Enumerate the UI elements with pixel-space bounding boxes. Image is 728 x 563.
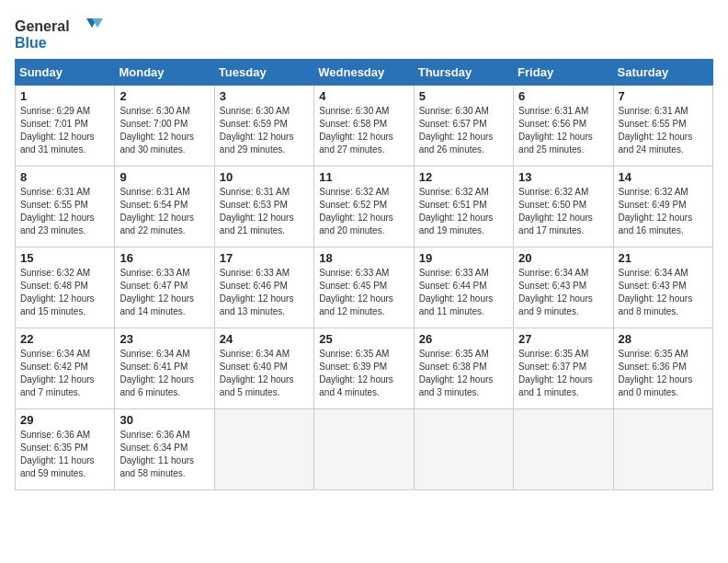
day-number: 28 — [619, 332, 708, 346]
day-info: Sunrise: 6:35 AMSunset: 6:36 PMDaylight:… — [619, 349, 693, 397]
day-number: 7 — [619, 89, 708, 103]
calendar-cell: 10Sunrise: 6:31 AMSunset: 6:53 PMDayligh… — [214, 167, 313, 247]
day-info: Sunrise: 6:30 AMSunset: 7:00 PMDaylight:… — [119, 106, 194, 155]
day-info: Sunrise: 6:31 AMSunset: 6:55 PMDaylight:… — [20, 187, 95, 236]
day-number: 27 — [518, 332, 608, 346]
calendar-cell: 26Sunrise: 6:35 AMSunset: 6:38 PMDayligh… — [414, 328, 513, 409]
day-info: Sunrise: 6:35 AMSunset: 6:39 PMDaylight:… — [319, 349, 393, 397]
calendar-cell: 28Sunrise: 6:35 AMSunset: 6:36 PMDayligh… — [613, 328, 712, 409]
calendar-cell: 29Sunrise: 6:36 AMSunset: 6:35 PMDayligh… — [16, 409, 115, 490]
day-info: Sunrise: 6:35 AMSunset: 6:37 PMDaylight:… — [518, 349, 593, 397]
calendar-cell: 11Sunrise: 6:32 AMSunset: 6:52 PMDayligh… — [314, 167, 414, 247]
day-number: 17 — [220, 251, 309, 265]
day-info: Sunrise: 6:36 AMSunset: 6:35 PMDaylight:… — [20, 430, 95, 478]
calendar-cell — [314, 409, 414, 490]
day-info: Sunrise: 6:32 AMSunset: 6:49 PMDaylight:… — [619, 187, 693, 236]
calendar-cell: 7Sunrise: 6:31 AMSunset: 6:55 PMDaylight… — [613, 86, 712, 167]
day-info: Sunrise: 6:33 AMSunset: 6:47 PMDaylight:… — [119, 268, 194, 316]
weekday-header-thursday: Thursday — [414, 60, 513, 86]
day-number: 4 — [319, 89, 408, 103]
calendar-cell: 6Sunrise: 6:31 AMSunset: 6:56 PMDaylight… — [514, 86, 613, 167]
day-info: Sunrise: 6:33 AMSunset: 6:46 PMDaylight:… — [220, 268, 294, 316]
calendar-cell: 14Sunrise: 6:32 AMSunset: 6:49 PMDayligh… — [613, 167, 712, 247]
calendar-cell — [414, 409, 513, 490]
day-info: Sunrise: 6:31 AMSunset: 6:55 PMDaylight:… — [619, 106, 693, 155]
calendar-cell: 25Sunrise: 6:35 AMSunset: 6:39 PMDayligh… — [314, 328, 414, 409]
calendar-cell: 20Sunrise: 6:34 AMSunset: 6:43 PMDayligh… — [514, 247, 613, 328]
day-info: Sunrise: 6:31 AMSunset: 6:56 PMDaylight:… — [518, 106, 593, 155]
day-number: 21 — [619, 251, 708, 265]
calendar-cell: 18Sunrise: 6:33 AMSunset: 6:45 PMDayligh… — [314, 247, 414, 328]
calendar-cell: 17Sunrise: 6:33 AMSunset: 6:46 PMDayligh… — [214, 247, 313, 328]
weekday-header-monday: Monday — [115, 60, 214, 86]
day-number: 18 — [319, 251, 408, 265]
day-number: 30 — [119, 413, 209, 427]
calendar-cell: 22Sunrise: 6:34 AMSunset: 6:42 PMDayligh… — [16, 328, 115, 409]
day-info: Sunrise: 6:31 AMSunset: 6:54 PMDaylight:… — [119, 187, 194, 236]
calendar-table: SundayMondayTuesdayWednesdayThursdayFrid… — [15, 59, 713, 490]
weekday-header-row: SundayMondayTuesdayWednesdayThursdayFrid… — [16, 60, 713, 86]
day-number: 12 — [419, 170, 508, 184]
day-number: 13 — [518, 170, 608, 184]
day-info: Sunrise: 6:31 AMSunset: 6:53 PMDaylight:… — [220, 187, 294, 236]
svg-text:Blue: Blue — [15, 35, 47, 51]
day-number: 16 — [119, 251, 209, 265]
day-number: 23 — [119, 332, 209, 346]
day-info: Sunrise: 6:30 AMSunset: 6:58 PMDaylight:… — [319, 106, 393, 155]
logo: GeneralBlue — [15, 15, 107, 52]
calendar-week-row: 8Sunrise: 6:31 AMSunset: 6:55 PMDaylight… — [16, 167, 713, 247]
calendar-cell: 12Sunrise: 6:32 AMSunset: 6:51 PMDayligh… — [414, 167, 513, 247]
day-number: 20 — [518, 251, 608, 265]
calendar-cell: 16Sunrise: 6:33 AMSunset: 6:47 PMDayligh… — [115, 247, 214, 328]
day-info: Sunrise: 6:33 AMSunset: 6:44 PMDaylight:… — [419, 268, 494, 316]
day-number: 26 — [419, 332, 508, 346]
calendar-week-row: 22Sunrise: 6:34 AMSunset: 6:42 PMDayligh… — [16, 328, 713, 409]
calendar-cell: 3Sunrise: 6:30 AMSunset: 6:59 PMDaylight… — [214, 86, 313, 167]
weekday-header-wednesday: Wednesday — [314, 60, 414, 86]
weekday-header-friday: Friday — [514, 60, 613, 86]
calendar-cell: 2Sunrise: 6:30 AMSunset: 7:00 PMDaylight… — [115, 86, 214, 167]
day-info: Sunrise: 6:36 AMSunset: 6:34 PMDaylight:… — [119, 430, 194, 478]
day-number: 25 — [319, 332, 408, 346]
day-number: 15 — [20, 251, 109, 265]
day-number: 29 — [20, 413, 109, 427]
day-info: Sunrise: 6:32 AMSunset: 6:51 PMDaylight:… — [419, 187, 494, 236]
calendar-cell: 23Sunrise: 6:34 AMSunset: 6:41 PMDayligh… — [115, 328, 214, 409]
day-info: Sunrise: 6:30 AMSunset: 6:59 PMDaylight:… — [220, 106, 294, 155]
day-info: Sunrise: 6:29 AMSunset: 7:01 PMDaylight:… — [20, 106, 95, 155]
calendar-cell — [214, 409, 313, 490]
calendar-cell: 24Sunrise: 6:34 AMSunset: 6:40 PMDayligh… — [214, 328, 313, 409]
day-info: Sunrise: 6:33 AMSunset: 6:45 PMDaylight:… — [319, 268, 393, 316]
calendar-week-row: 29Sunrise: 6:36 AMSunset: 6:35 PMDayligh… — [16, 409, 713, 490]
day-number: 24 — [220, 332, 309, 346]
day-info: Sunrise: 6:34 AMSunset: 6:41 PMDaylight:… — [119, 349, 194, 397]
calendar-cell: 9Sunrise: 6:31 AMSunset: 6:54 PMDaylight… — [115, 167, 214, 247]
day-number: 14 — [619, 170, 708, 184]
calendar-cell: 30Sunrise: 6:36 AMSunset: 6:34 PMDayligh… — [115, 409, 214, 490]
day-number: 10 — [220, 170, 309, 184]
weekday-header-saturday: Saturday — [613, 60, 712, 86]
day-number: 3 — [220, 89, 309, 103]
day-info: Sunrise: 6:32 AMSunset: 6:48 PMDaylight:… — [20, 268, 95, 316]
day-number: 1 — [20, 89, 109, 103]
calendar-cell: 15Sunrise: 6:32 AMSunset: 6:48 PMDayligh… — [16, 247, 115, 328]
day-info: Sunrise: 6:34 AMSunset: 6:40 PMDaylight:… — [220, 349, 294, 397]
day-info: Sunrise: 6:32 AMSunset: 6:50 PMDaylight:… — [518, 187, 593, 236]
weekday-header-sunday: Sunday — [16, 60, 115, 86]
weekday-header-tuesday: Tuesday — [214, 60, 313, 86]
calendar-cell: 19Sunrise: 6:33 AMSunset: 6:44 PMDayligh… — [414, 247, 513, 328]
calendar-cell: 4Sunrise: 6:30 AMSunset: 6:58 PMDaylight… — [314, 86, 414, 167]
day-info: Sunrise: 6:35 AMSunset: 6:38 PMDaylight:… — [419, 349, 494, 397]
svg-text:General: General — [15, 18, 70, 34]
day-info: Sunrise: 6:30 AMSunset: 6:57 PMDaylight:… — [419, 106, 494, 155]
calendar-week-row: 1Sunrise: 6:29 AMSunset: 7:01 PMDaylight… — [16, 86, 713, 167]
day-number: 5 — [419, 89, 508, 103]
day-info: Sunrise: 6:34 AMSunset: 6:43 PMDaylight:… — [518, 268, 593, 316]
day-number: 19 — [419, 251, 508, 265]
calendar-week-row: 15Sunrise: 6:32 AMSunset: 6:48 PMDayligh… — [16, 247, 713, 328]
calendar-cell: 1Sunrise: 6:29 AMSunset: 7:01 PMDaylight… — [16, 86, 115, 167]
calendar-cell: 5Sunrise: 6:30 AMSunset: 6:57 PMDaylight… — [414, 86, 513, 167]
calendar-cell — [514, 409, 613, 490]
day-info: Sunrise: 6:34 AMSunset: 6:43 PMDaylight:… — [619, 268, 693, 316]
day-number: 6 — [518, 89, 608, 103]
